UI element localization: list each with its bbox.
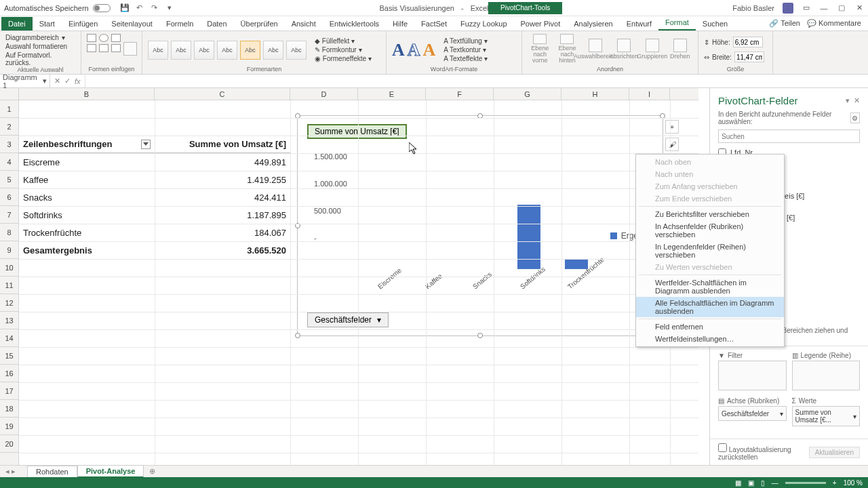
chart-styles-button[interactable]: 🖌 xyxy=(665,138,679,151)
selection-pane-button[interactable]: Auswahlbereich xyxy=(583,34,608,64)
row-header[interactable]: 3 xyxy=(0,136,18,153)
gear-icon[interactable]: ⚙ xyxy=(850,113,860,123)
chevron-down-icon[interactable]: ▾ xyxy=(853,413,856,420)
new-sheet-button[interactable]: ⊕ xyxy=(149,467,155,476)
maximize-icon[interactable]: ▢ xyxy=(837,3,846,13)
change-shape-button[interactable] xyxy=(123,34,137,64)
chevron-down-icon[interactable]: ▾ xyxy=(780,410,783,418)
tab-seitenlayout[interactable]: Seitenlayout xyxy=(104,17,159,30)
row-filter-button[interactable] xyxy=(141,140,151,149)
row-header[interactable]: 18 xyxy=(0,400,18,418)
chart-bar[interactable] xyxy=(565,259,588,269)
bring-forward-button[interactable]: Ebene nach vorne xyxy=(528,34,552,64)
shape-fill-button[interactable]: ◆ Fülleffekt ▾ xyxy=(315,37,372,45)
tab-powerpivot[interactable]: Power Pivot xyxy=(514,17,568,30)
ctx-hide-all-buttons[interactable]: Alle Feldschaltflächen im Diagramm ausbl… xyxy=(636,297,784,317)
row-header[interactable]: 16 xyxy=(0,365,18,382)
sheet-tab-active[interactable]: Pivot-Analyse xyxy=(77,465,144,478)
chart-element-selector[interactable]: Diagrammbereich xyxy=(5,34,59,41)
tab-einfuegen[interactable]: Einfügen xyxy=(62,17,104,30)
defer-layout-checkbox[interactable]: Layoutaktualisierung zurückstellen xyxy=(718,443,809,461)
ctx-to-report-filter[interactable]: Zu Berichtsfilter verschieben xyxy=(636,208,784,220)
sheet-tab[interactable]: Rohdaten xyxy=(27,466,77,477)
filter-drop-area[interactable] xyxy=(718,361,787,390)
ctx-to-legend-fields[interactable]: In Legendenfelder (Reihen) verschieben xyxy=(636,241,784,261)
select-all-corner[interactable] xyxy=(0,88,19,100)
shape-effects-button[interactable]: ◉ Formeneffekte ▾ xyxy=(315,55,372,62)
worksheet-grid[interactable]: BCDEFGHI 1234567891011121314151617181920… xyxy=(0,88,709,465)
field-search-input[interactable] xyxy=(718,129,860,143)
zoom-slider[interactable] xyxy=(785,482,826,484)
column-header[interactable]: H xyxy=(561,88,629,100)
row-header[interactable]: 1 xyxy=(0,100,18,118)
shape-textbox-icon[interactable] xyxy=(87,44,96,52)
ctx-remove-field[interactable]: Feld entfernen xyxy=(636,321,784,333)
row-header[interactable]: 13 xyxy=(0,312,18,329)
ctx-hide-value-buttons[interactable]: Wertfelder-Schaltflächen im Diagramm aus… xyxy=(636,277,784,297)
column-header[interactable]: F xyxy=(426,88,494,100)
tab-entwicklertools[interactable]: Entwicklertools xyxy=(323,17,386,30)
row-header[interactable]: 11 xyxy=(0,277,18,294)
column-header[interactable]: D xyxy=(290,88,358,100)
legend-drop-area[interactable] xyxy=(792,361,861,390)
tab-analysieren[interactable]: Analysieren xyxy=(567,17,619,30)
values-drop-area[interactable]: Summe von Umsatz [€...▾ xyxy=(792,406,861,426)
text-effects-button[interactable]: A Texteffekte ▾ xyxy=(443,55,488,62)
comments-button[interactable]: 💬 Kommentare xyxy=(807,19,861,28)
row-header[interactable]: 14 xyxy=(0,329,18,347)
shape-outline-button[interactable]: ✎ Formkontur ▾ xyxy=(315,46,372,54)
tab-factset[interactable]: FactSet xyxy=(414,17,454,30)
wordart-style-1[interactable]: A xyxy=(392,40,405,60)
row-header[interactable]: 2 xyxy=(0,118,18,136)
ctx-value-field-settings[interactable]: Wertfeldeinstellungen… xyxy=(636,333,784,345)
tab-suchen[interactable]: Suchen xyxy=(696,17,734,30)
column-headers[interactable]: BCDEFGHI xyxy=(19,88,698,100)
column-header[interactable]: B xyxy=(19,88,155,100)
tab-start[interactable]: Start xyxy=(33,17,62,30)
minimize-icon[interactable]: — xyxy=(819,3,829,13)
text-fill-button[interactable]: A Textfüllung ▾ xyxy=(443,37,488,45)
shape-style-7[interactable]: Abc xyxy=(286,41,307,60)
undo-icon[interactable]: ↶ xyxy=(135,3,144,13)
tab-fuzzy[interactable]: Fuzzy Lookup xyxy=(454,17,513,30)
align-button[interactable]: Ausrichten xyxy=(611,34,637,64)
ctx-to-axis-fields[interactable]: In Achsenfelder (Rubriken) verschieben xyxy=(636,220,784,241)
shape-line-icon[interactable] xyxy=(111,34,121,42)
column-header[interactable]: I xyxy=(629,88,670,100)
column-header[interactable]: E xyxy=(358,88,426,100)
resize-handle[interactable] xyxy=(477,333,483,338)
row-headers[interactable]: 1234567891011121314151617181920 xyxy=(0,100,19,465)
shape-style-2[interactable]: Abc xyxy=(171,41,191,60)
shape-style-3[interactable]: Abc xyxy=(194,41,214,60)
tab-formeln[interactable]: Formeln xyxy=(159,17,200,30)
autosave-toggle[interactable]: Automatisches Speichern xyxy=(4,4,111,12)
tab-hilfe[interactable]: Hilfe xyxy=(386,17,414,30)
row-header[interactable]: 20 xyxy=(0,435,18,453)
value-field-button[interactable]: Summe von Umsatz [€] xyxy=(307,124,407,139)
height-input[interactable] xyxy=(733,37,763,47)
row-header[interactable]: 17 xyxy=(0,382,18,400)
cancel-icon[interactable]: ✕ xyxy=(54,77,60,85)
row-header[interactable]: 10 xyxy=(0,259,18,277)
row-header[interactable]: 15 xyxy=(0,347,18,365)
row-header[interactable]: 6 xyxy=(0,188,18,206)
text-outline-button[interactable]: A Textkontur ▾ xyxy=(443,46,488,54)
rotate-button[interactable]: Drehen xyxy=(668,34,692,64)
shape-more-icon[interactable] xyxy=(111,44,121,52)
row-header[interactable]: 12 xyxy=(0,294,18,312)
column-header[interactable]: G xyxy=(494,88,561,100)
tab-daten[interactable]: Daten xyxy=(200,17,233,30)
view-layout-icon[interactable]: ▣ xyxy=(748,479,754,487)
shape-style-1[interactable]: Abc xyxy=(148,41,168,60)
width-input[interactable] xyxy=(734,52,764,62)
fx-icon[interactable]: fx xyxy=(75,77,81,85)
save-icon[interactable]: 💾 xyxy=(120,3,130,13)
row-header[interactable]: 4 xyxy=(0,153,18,171)
sheet-nav-icons[interactable]: ◂ ▸ xyxy=(5,467,16,476)
tab-ansicht[interactable]: Ansicht xyxy=(285,17,323,30)
row-header[interactable]: 8 xyxy=(0,224,18,241)
wordart-style-3[interactable]: A xyxy=(423,40,436,60)
chart-elements-button[interactable]: + xyxy=(665,120,679,134)
shape-style-5[interactable]: Abc xyxy=(240,41,260,60)
shape-style-6[interactable]: Abc xyxy=(263,41,283,60)
